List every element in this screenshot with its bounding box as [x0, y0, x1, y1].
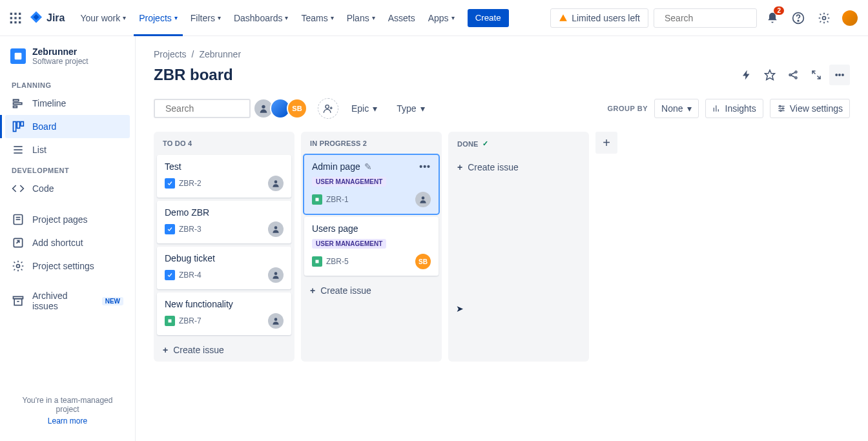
svg-rect-4: [14, 17, 16, 19]
svg-point-34: [789, 74, 791, 76]
group-by-dropdown[interactable]: None▾: [654, 99, 698, 118]
plus-icon: +: [163, 345, 168, 355]
column-header[interactable]: TO DO 4: [154, 132, 294, 155]
chevron-down-icon: ▾: [218, 14, 221, 21]
card-zbr-5[interactable]: Users pageUSER MANAGEMENTZBR-5SB: [304, 217, 439, 276]
notification-badge: 2: [774, 6, 784, 15]
pages-icon: [12, 213, 25, 226]
svg-point-57: [274, 226, 278, 229]
sidebar-item-timeline[interactable]: Timeline: [5, 92, 130, 115]
nav-plans[interactable]: Plans▾: [342, 9, 380, 27]
svg-rect-16: [14, 103, 22, 105]
card-title: Users page: [312, 223, 431, 234]
help-button[interactable]: [788, 8, 809, 28]
chevron-down-icon: ▾: [372, 14, 375, 21]
sidebar-item-code[interactable]: Code: [5, 177, 130, 200]
project-header[interactable]: Zebrunner Software project: [5, 46, 130, 76]
jira-logo[interactable]: Jira: [28, 10, 65, 26]
nav-your-work[interactable]: Your work▾: [75, 9, 131, 27]
card-title: Demo ZBR: [165, 207, 284, 218]
create-issue-button[interactable]: +Create issue: [301, 279, 442, 302]
column-header[interactable]: IN PROGRESS 2: [301, 132, 442, 155]
svg-point-55: [780, 110, 781, 111]
sidebar-item-archived-issues[interactable]: Archived issues NEW: [5, 285, 130, 316]
card-assignee[interactable]: [268, 313, 284, 329]
app-switcher-icon[interactable]: [8, 10, 23, 26]
chevron-down-icon: ▾: [451, 14, 455, 21]
global-search-input[interactable]: [665, 13, 778, 23]
nav-filters[interactable]: Filters▾: [185, 9, 226, 27]
svg-rect-3: [10, 17, 12, 19]
board-search[interactable]: [154, 99, 251, 118]
card-zbr-1[interactable]: Admin page✎•••USER MANAGEMENTZBR-1: [304, 155, 439, 214]
star-button[interactable]: [760, 65, 780, 85]
add-people-button[interactable]: [318, 98, 338, 119]
star-icon: [764, 69, 776, 81]
card-assignee[interactable]: [268, 176, 284, 191]
card-zbr-2[interactable]: TestZBR-2: [157, 155, 291, 198]
nav-projects[interactable]: Projects▾: [134, 9, 183, 27]
archive-icon: [12, 294, 25, 307]
shortcut-icon: [12, 236, 25, 249]
profile-button[interactable]: [840, 8, 860, 28]
add-column-button[interactable]: +: [595, 132, 617, 154]
automation-button[interactable]: [736, 65, 757, 85]
breadcrumb-project[interactable]: Zebrunner: [199, 49, 241, 59]
add-person-icon: [323, 103, 333, 114]
new-badge: NEW: [102, 297, 123, 305]
sidebar-item-add-shortcut[interactable]: Add shortcut: [5, 231, 130, 254]
card-assignee[interactable]: [268, 221, 284, 237]
svg-point-54: [782, 108, 783, 109]
card-assignee[interactable]: SB: [415, 254, 431, 269]
column-done: DONE✓+Create issue: [448, 132, 589, 362]
create-button[interactable]: Create: [468, 9, 509, 27]
card-key: ZBR-1: [312, 194, 349, 205]
more-actions-button[interactable]: •••: [829, 65, 850, 85]
card-zbr-4[interactable]: Debug ticketZBR-4: [157, 247, 291, 289]
card-zbr-7[interactable]: New functionalityZBR-7: [157, 292, 291, 335]
card-zbr-3[interactable]: Demo ZBRZBR-3: [157, 201, 291, 243]
create-issue-button[interactable]: +Create issue: [448, 156, 589, 179]
avatar-user-sb[interactable]: SB: [287, 98, 307, 119]
nav-teams[interactable]: Teams▾: [296, 9, 338, 27]
create-issue-button[interactable]: +Create issue: [154, 338, 294, 362]
code-icon: [12, 182, 25, 195]
chevron-down-icon: ▾: [331, 14, 334, 21]
global-search[interactable]: [654, 8, 757, 28]
column-header[interactable]: DONE✓: [448, 132, 589, 156]
view-settings-button[interactable]: View settings: [770, 99, 850, 118]
sidebar-item-list[interactable]: List: [5, 138, 130, 161]
limited-users-button[interactable]: Limited users left: [550, 8, 648, 28]
insights-button[interactable]: Insights: [705, 99, 763, 118]
card-key: ZBR-4: [165, 270, 202, 280]
learn-more-link[interactable]: Learn more: [10, 416, 125, 426]
card-title: Admin page✎•••: [312, 161, 431, 172]
svg-marker-33: [765, 70, 775, 80]
nav-apps[interactable]: Apps▾: [423, 9, 460, 27]
svg-point-58: [274, 272, 278, 275]
sidebar-item-project-pages[interactable]: Project pages: [5, 208, 130, 231]
card-key: ZBR-5: [312, 256, 349, 267]
column-in-progress: IN PROGRESS 2Admin page✎•••USER MANAGEME…: [301, 132, 442, 362]
nav-dashboards[interactable]: Dashboards▾: [229, 9, 294, 27]
share-button[interactable]: [783, 65, 803, 85]
sidebar-item-board[interactable]: Board: [5, 115, 130, 138]
settings-button[interactable]: [814, 8, 834, 28]
svg-point-35: [795, 71, 797, 73]
type-filter[interactable]: Type▾: [390, 99, 431, 118]
card-assignee[interactable]: [415, 192, 431, 207]
nav-assets[interactable]: Assets: [383, 9, 420, 27]
card-more-button[interactable]: •••: [419, 161, 431, 172]
svg-point-60: [274, 318, 278, 321]
breadcrumb-projects[interactable]: Projects: [154, 49, 187, 59]
card-assignee[interactable]: [268, 267, 284, 283]
card-key: ZBR-3: [165, 224, 202, 234]
sidebar-item-project-settings[interactable]: Project settings: [5, 254, 130, 278]
epic-filter[interactable]: Epic▾: [345, 99, 384, 118]
bolt-icon: [741, 69, 752, 81]
svg-rect-19: [17, 122, 19, 128]
fullscreen-button[interactable]: [806, 65, 827, 85]
plus-icon: +: [310, 285, 315, 296]
notifications-button[interactable]: 2: [762, 8, 783, 28]
edit-icon[interactable]: ✎: [364, 161, 372, 172]
